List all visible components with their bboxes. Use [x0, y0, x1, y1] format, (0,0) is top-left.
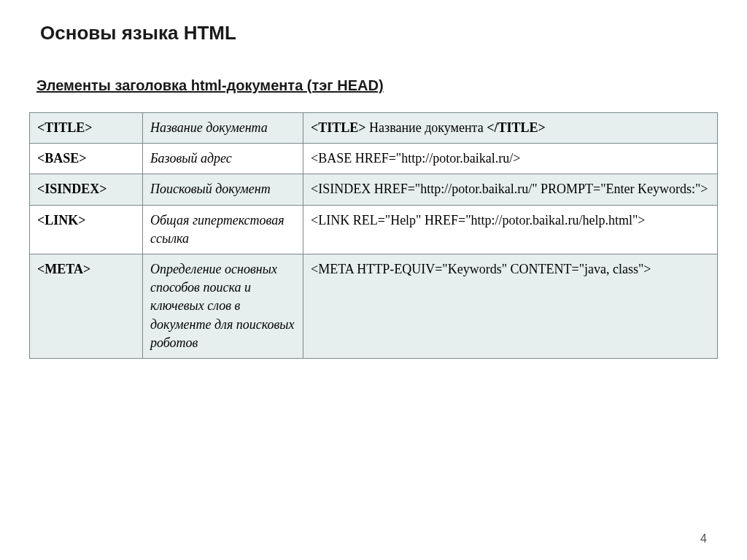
table-row: <TITLE> Название документа <TITLE> Назва…: [30, 113, 718, 144]
example-cell: <META HTTP-EQUIV="Keywords" CONTENT="jav…: [303, 254, 718, 358]
desc-cell: Общая гипертекстовая ссылка: [143, 205, 303, 254]
example-cell: <ISINDEX HREF="http://potor.baikal.ru/" …: [303, 174, 718, 205]
table-row: <LINK> Общая гипертекстовая ссылка <LINK…: [30, 205, 718, 254]
page-number: 4: [700, 532, 707, 545]
example-cell: <LINK REL="Help" HREF="http://potor.baik…: [303, 205, 718, 254]
desc-cell: Название документа: [143, 113, 303, 144]
table-row: <BASE> Базовый адрес <BASE HREF="http://…: [30, 144, 718, 174]
subtitle: Элементы заголовка html-документа (тэг H…: [36, 77, 718, 94]
example-open-tag: <TITLE>: [311, 120, 366, 135]
example-close-tag: </TITLE>: [487, 120, 546, 135]
page-title: Основы языка HTML: [40, 22, 718, 44]
example-cell: <TITLE> Название документа </TITLE>: [303, 113, 718, 144]
desc-cell: Поисковый документ: [143, 174, 303, 205]
tag-cell: <ISINDEX>: [30, 174, 143, 205]
example-cell: <BASE HREF="http://potor.baikal.ru/>: [303, 144, 718, 174]
desc-cell: Определение основных способов поиска и к…: [143, 254, 303, 358]
example-text: Название документа: [366, 120, 487, 135]
head-elements-table: <TITLE> Название документа <TITLE> Назва…: [29, 112, 718, 359]
tag-cell: <LINK>: [30, 205, 143, 254]
tag-cell: <BASE>: [30, 144, 143, 174]
tag-cell: <META>: [30, 254, 143, 358]
table-row: <ISINDEX> Поисковый документ <ISINDEX HR…: [30, 174, 718, 205]
tag-cell: <TITLE>: [30, 113, 143, 144]
table-row: <META> Определение основных способов пои…: [30, 254, 718, 358]
desc-cell: Базовый адрес: [143, 144, 303, 174]
